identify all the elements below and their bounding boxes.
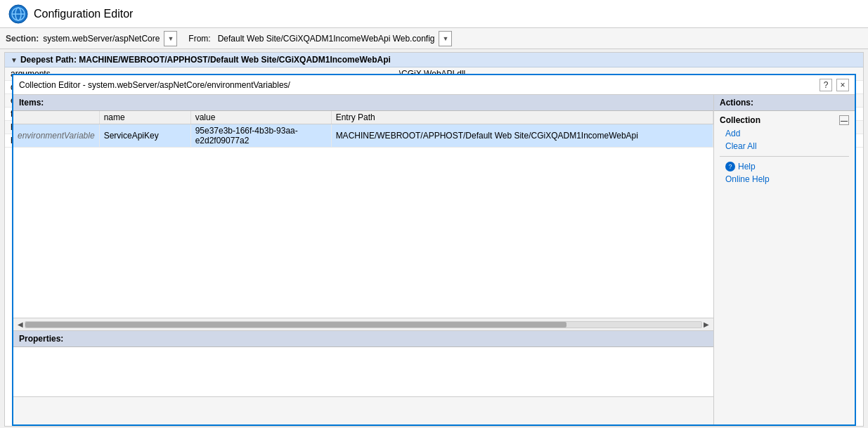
dialog-title: Collection Editor - system.webServer/asp… bbox=[19, 80, 290, 90]
collection-collapse-btn[interactable]: — bbox=[839, 115, 849, 125]
config-panel: ▼ Deepest Path: MACHINE/WEBROOT/APPHOST/… bbox=[4, 52, 864, 427]
deepest-path-header: ▼ Deepest Path: MACHINE/WEBROOT/APPHOST/… bbox=[5, 53, 863, 67]
properties-body bbox=[13, 347, 713, 396]
dialog-body: Items: name value Entry Path bbox=[13, 95, 855, 424]
dialog-left-panel: Items: name value Entry Path bbox=[13, 95, 714, 424]
scroll-left-arrow[interactable]: ◀ bbox=[16, 320, 25, 328]
collection-table-row[interactable]: environmentVariable ServiceApiKey 95e37e… bbox=[13, 124, 713, 148]
app-header: Configuration Editor bbox=[0, 0, 868, 28]
app-title: Configuration Editor bbox=[34, 8, 133, 20]
items-header: Items: bbox=[13, 95, 713, 111]
horizontal-scrollbar[interactable]: ◀ ▶ bbox=[13, 318, 713, 330]
from-label: From: bbox=[188, 34, 210, 44]
properties-header-text: Properties: bbox=[19, 334, 63, 344]
help-circle-icon: ? bbox=[725, 162, 735, 171]
scroll-track[interactable] bbox=[25, 321, 702, 328]
dialog-titlebar: Collection Editor - system.webServer/asp… bbox=[13, 75, 855, 95]
actions-header-text: Actions: bbox=[720, 98, 753, 108]
actions-panel: Actions: Collection — Add Clear All ? He… bbox=[714, 95, 855, 424]
online-help-link[interactable]: Online Help bbox=[720, 174, 849, 185]
collection-section-title: Collection bbox=[720, 115, 760, 125]
collection-table: name value Entry Path environmentVariabl… bbox=[13, 111, 713, 148]
dialog-help-button[interactable]: ? bbox=[820, 79, 832, 91]
scroll-thumb[interactable] bbox=[25, 322, 566, 328]
section-value: system.webServer/aspNetCore bbox=[43, 34, 160, 44]
dialog-close-icon: × bbox=[840, 80, 845, 90]
properties-footer bbox=[13, 396, 713, 424]
deepest-path-text: Deepest Path: MACHINE/WEBROOT/APPHOST/De… bbox=[20, 55, 391, 65]
col-entry-path: Entry Path bbox=[331, 111, 713, 124]
scroll-right-arrow[interactable]: ▶ bbox=[702, 320, 711, 328]
section-dropdown-arrow: ▼ bbox=[167, 35, 174, 42]
section-dropdown[interactable]: ▼ bbox=[164, 31, 177, 46]
from-dropdown[interactable]: ▼ bbox=[439, 31, 452, 46]
app-icon bbox=[8, 4, 28, 24]
dialog-help-icon: ? bbox=[824, 80, 829, 90]
collection-table-header-row: name value Entry Path bbox=[13, 111, 713, 124]
from-dropdown-arrow: ▼ bbox=[442, 35, 448, 42]
properties-header: Properties: bbox=[13, 331, 713, 347]
dialog-title-buttons: ? × bbox=[820, 79, 849, 91]
from-value: Default Web Site/CGiXQADM1IncomeWebApi W… bbox=[218, 34, 435, 44]
properties-section: Properties: bbox=[13, 330, 713, 424]
collection-editor-dialog: Collection Editor - system.webServer/asp… bbox=[12, 74, 856, 426]
row-name: ServiceApiKey bbox=[99, 124, 190, 148]
actions-header: Actions: bbox=[714, 95, 855, 111]
col-name: name bbox=[99, 111, 190, 124]
row-entry-path: MACHINE/WEBROOT/APPHOST/Default Web Site… bbox=[331, 124, 713, 148]
row-value: 95e37e3b-166f-4b3b-93aa-e2d2f09077a2 bbox=[190, 124, 331, 148]
add-link[interactable]: Add bbox=[720, 128, 849, 139]
help-link[interactable]: Help bbox=[738, 162, 756, 171]
collection-section-header: Collection — bbox=[720, 115, 849, 125]
collapse-icon[interactable]: ▼ bbox=[11, 56, 18, 64]
section-bar: Section: system.webServer/aspNetCore ▼ F… bbox=[0, 28, 868, 49]
col-empty bbox=[13, 111, 99, 124]
collection-table-wrapper[interactable]: name value Entry Path environmentVariabl… bbox=[13, 111, 713, 318]
dialog-close-button[interactable]: × bbox=[836, 79, 849, 91]
help-row: ? Help bbox=[720, 161, 849, 172]
section-label: Section: bbox=[6, 34, 39, 44]
actions-divider bbox=[720, 156, 849, 157]
col-value: value bbox=[190, 111, 331, 124]
items-header-text: Items: bbox=[19, 98, 44, 108]
actions-body: Collection — Add Clear All ? Help Online… bbox=[714, 111, 855, 189]
clear-all-link[interactable]: Clear All bbox=[720, 141, 849, 152]
row-label: environmentVariable bbox=[13, 124, 99, 148]
